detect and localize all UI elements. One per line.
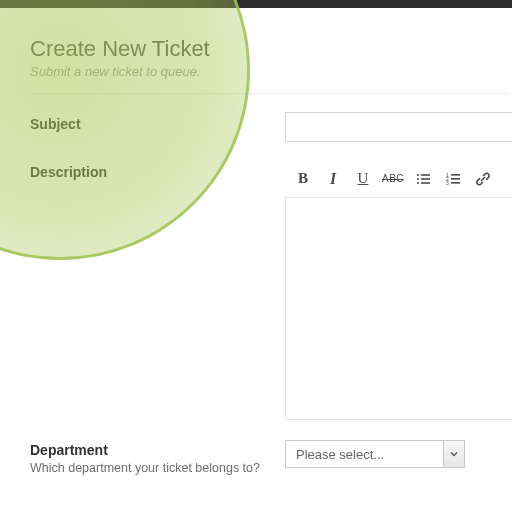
svg-point-0 bbox=[417, 174, 419, 176]
svg-rect-7 bbox=[451, 174, 460, 176]
department-row: Department Which department your ticket … bbox=[30, 438, 512, 478]
description-label: Description bbox=[30, 164, 285, 180]
description-textarea[interactable] bbox=[285, 198, 512, 420]
subject-input[interactable] bbox=[285, 112, 512, 142]
department-select[interactable]: Please select... bbox=[285, 440, 465, 468]
description-row: Description B I U ABC 123 bbox=[30, 160, 512, 420]
rich-text-editor: B I U ABC 123 bbox=[285, 160, 512, 420]
department-label: Department bbox=[30, 442, 285, 458]
page-subtitle: Submit a new ticket to queue. bbox=[30, 64, 512, 79]
bullet-list-button[interactable] bbox=[409, 165, 437, 193]
strikethrough-button[interactable]: ABC bbox=[379, 165, 407, 193]
subject-row: Subject bbox=[30, 112, 512, 142]
svg-point-2 bbox=[417, 178, 419, 180]
subject-label: Subject bbox=[30, 116, 285, 132]
svg-rect-9 bbox=[451, 178, 460, 180]
numbered-list-button[interactable]: 123 bbox=[439, 165, 467, 193]
svg-point-4 bbox=[417, 182, 419, 184]
bold-button[interactable]: B bbox=[289, 165, 317, 193]
department-help: Which department your ticket belongs to? bbox=[30, 460, 285, 478]
department-select-value[interactable]: Please select... bbox=[285, 440, 465, 468]
italic-button[interactable]: I bbox=[319, 165, 347, 193]
editor-toolbar: B I U ABC 123 bbox=[285, 160, 512, 198]
underline-button[interactable]: U bbox=[349, 165, 377, 193]
page-title: Create New Ticket bbox=[30, 36, 512, 62]
svg-rect-11 bbox=[451, 182, 460, 184]
link-button[interactable] bbox=[469, 165, 497, 193]
ticket-form: Create New Ticket Submit a new ticket to… bbox=[0, 8, 512, 478]
top-bar bbox=[0, 0, 512, 8]
divider bbox=[30, 93, 510, 94]
svg-text:3: 3 bbox=[446, 180, 449, 186]
